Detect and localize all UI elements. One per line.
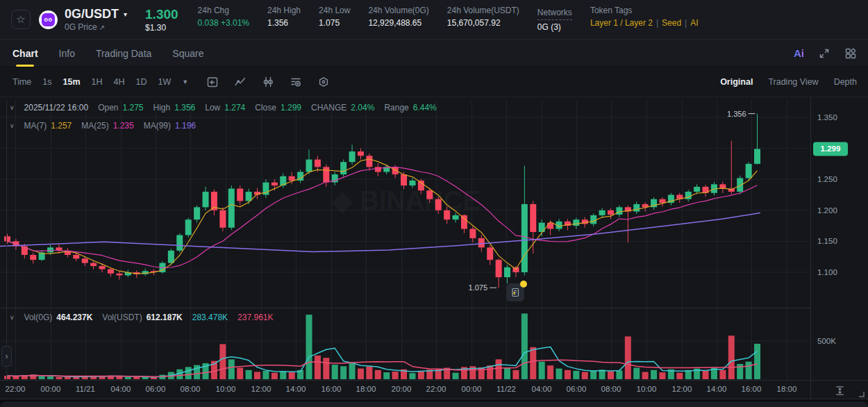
stats-bar: 24h Chg 0.038 +3.01% 24h High 1.356 24h … xyxy=(198,6,699,33)
collapse-chevron-icon[interactable]: ∨ xyxy=(10,104,15,111)
svg-text:00:00: 00:00 xyxy=(41,385,61,393)
svg-text:18:00: 18:00 xyxy=(777,385,797,393)
interval-1w[interactable]: 1W xyxy=(158,77,172,87)
trading-app-window: ☆ oo 0G/USDT ▾ 0G Price↗ 1.300 $1.30 24h… xyxy=(0,0,868,407)
chart-toolbar: Time 1s 15m 1H 4H 1D 1W ▼ Original Tradi… xyxy=(0,67,868,97)
tab-trading-data[interactable]: Trading Data xyxy=(96,40,151,67)
interval-15m[interactable]: 15m xyxy=(63,77,81,87)
star-icon: ☆ xyxy=(16,13,25,25)
collapsed-panel-strip[interactable] xyxy=(0,401,868,407)
tab-square[interactable]: Square xyxy=(172,40,203,67)
svg-text:11/22: 11/22 xyxy=(496,385,516,393)
pair-header: ☆ oo 0G/USDT ▾ 0G Price↗ 1.300 $1.30 24h… xyxy=(0,0,868,40)
svg-text:06:00: 06:00 xyxy=(146,385,166,393)
svg-text:1.250: 1.250 xyxy=(817,175,837,183)
legend-change: 2.04% xyxy=(351,103,374,113)
svg-text:10:00: 10:00 xyxy=(216,385,236,393)
view-original[interactable]: Original xyxy=(720,77,753,87)
fit-scale-icon xyxy=(834,385,846,397)
candlestick-chart[interactable]: ◆ BINANCE1.3501.2501.2001.1501.100500K1.… xyxy=(0,97,868,399)
svg-text:00:00: 00:00 xyxy=(462,385,482,393)
svg-text:1.200: 1.200 xyxy=(817,206,837,215)
token-tag-link[interactable]: AI xyxy=(690,18,698,28)
svg-text:◆ BINANCE: ◆ BINANCE xyxy=(332,186,481,215)
usd-price: $1.30 xyxy=(145,23,178,33)
token-tag-link[interactable]: Seed xyxy=(662,18,681,28)
svg-text:10:00: 10:00 xyxy=(637,385,657,393)
legend-close: 1.299 xyxy=(281,103,301,113)
ohlc-legend: ∨ 2025/11/22 16:00 Open1.275 High1.356 L… xyxy=(10,103,437,113)
collapse-chevron-icon[interactable]: ∨ xyxy=(10,314,15,321)
svg-text:16:00: 16:00 xyxy=(742,385,762,393)
chevron-down-icon: ▾ xyxy=(124,10,127,18)
interval-dropdown-caret[interactable]: ▼ xyxy=(182,78,188,85)
svg-text:12:00: 12:00 xyxy=(251,385,272,393)
view-depth[interactable]: Depth xyxy=(834,77,857,87)
interval-1h[interactable]: 1H xyxy=(92,77,103,87)
layout-grid-icon[interactable] xyxy=(844,47,857,60)
stat-token-tags: Token Tags Layer 1 / Layer 2|Seed|AI xyxy=(590,6,699,33)
svg-text:22:00: 22:00 xyxy=(6,385,26,393)
stat-24h-high: 24h High 1.356 xyxy=(267,6,301,33)
token-logo-mark: oo xyxy=(42,13,55,26)
svg-text:1.100: 1.100 xyxy=(817,268,837,276)
svg-text:08:00: 08:00 xyxy=(181,385,201,393)
chevron-right-icon: › xyxy=(6,351,8,361)
expand-fullscreen-icon[interactable] xyxy=(818,47,831,60)
svg-text:1.356: 1.356 xyxy=(727,110,746,118)
legend-range: 6.44% xyxy=(413,103,437,113)
svg-text:14:00: 14:00 xyxy=(286,385,306,393)
pair-price-link[interactable]: 0G Price↗ xyxy=(65,22,127,32)
ma-legend: ∨ MA(7)1.257 MA(25)1.235 MA(99)1.196 xyxy=(10,121,196,131)
interval-4h[interactable]: 4H xyxy=(114,77,125,87)
svg-text:1.075: 1.075 xyxy=(469,283,488,292)
legend-ma7: 1.257 xyxy=(51,121,72,131)
stat-24h-volume-quote: 24h Volume(USDT) 15,670,057.92 xyxy=(447,6,519,33)
svg-text:14:00: 14:00 xyxy=(707,385,727,393)
pair-selector[interactable]: 0G/USDT ▾ 0G Price↗ xyxy=(65,7,127,32)
svg-text:1.299: 1.299 xyxy=(821,144,841,153)
legend-vol-base: 464.237K xyxy=(56,313,92,322)
last-price: 1.300 xyxy=(145,7,178,22)
svg-text:16:00: 16:00 xyxy=(322,385,342,393)
token-logo: oo xyxy=(39,10,58,29)
svg-text:04:00: 04:00 xyxy=(111,385,131,393)
collapse-chevron-icon[interactable]: ∨ xyxy=(10,122,15,129)
jump-to-date-icon[interactable] xyxy=(206,76,219,88)
stat-networks: Networks 0G (3) xyxy=(537,6,572,33)
ai-assistant-button[interactable]: Ai xyxy=(794,47,804,59)
preferences-gear-icon[interactable] xyxy=(317,76,330,88)
token-tag-link[interactable]: Layer 1 / Layer 2 xyxy=(590,18,653,28)
fit-scale-button[interactable] xyxy=(829,383,850,398)
svg-text:20:00: 20:00 xyxy=(392,385,412,393)
chart-area: ◆ BINANCE1.3501.2501.2001.1501.100500K1.… xyxy=(0,97,868,399)
stat-24h-low: 24h Low 1.075 xyxy=(319,6,350,33)
interval-1s[interactable]: 1s xyxy=(42,77,51,87)
chart-style-icon[interactable] xyxy=(234,76,247,88)
tab-chart[interactable]: Chart xyxy=(12,40,38,67)
view-trading-view[interactable]: Trading View xyxy=(768,77,818,87)
legend-open: 1.275 xyxy=(122,103,143,113)
legend-vol-ma-slow: 237.961K xyxy=(237,313,273,322)
main-tabs: Chart Info Trading Data Square Ai xyxy=(0,40,868,67)
chart-settings-icon[interactable] xyxy=(290,76,302,88)
favorite-star-button[interactable]: ☆ xyxy=(11,10,31,29)
external-link-icon: ↗ xyxy=(99,24,105,31)
legend-ma25: 1.235 xyxy=(113,121,134,131)
interval-1d[interactable]: 1D xyxy=(136,77,147,87)
legend-vol-quote: 612.187K xyxy=(147,313,183,322)
svg-text:11/21: 11/21 xyxy=(76,385,95,393)
price-block: 1.300 $1.30 xyxy=(145,7,178,33)
svg-text:22:00: 22:00 xyxy=(426,385,446,393)
expand-panel-button[interactable]: › xyxy=(1,346,12,367)
pair-name: 0G/USDT xyxy=(65,7,119,22)
tab-info[interactable]: Info xyxy=(59,40,75,67)
svg-text:18:00: 18:00 xyxy=(356,385,376,393)
svg-text:500K: 500K xyxy=(817,337,836,345)
networks-value[interactable]: 0G (3) xyxy=(537,22,572,33)
notification-dot xyxy=(520,281,527,288)
news-event-marker[interactable] xyxy=(506,283,524,301)
resize-corner-icon[interactable] xyxy=(858,391,865,397)
legend-ma99: 1.196 xyxy=(175,121,196,131)
indicators-icon[interactable] xyxy=(262,76,274,88)
